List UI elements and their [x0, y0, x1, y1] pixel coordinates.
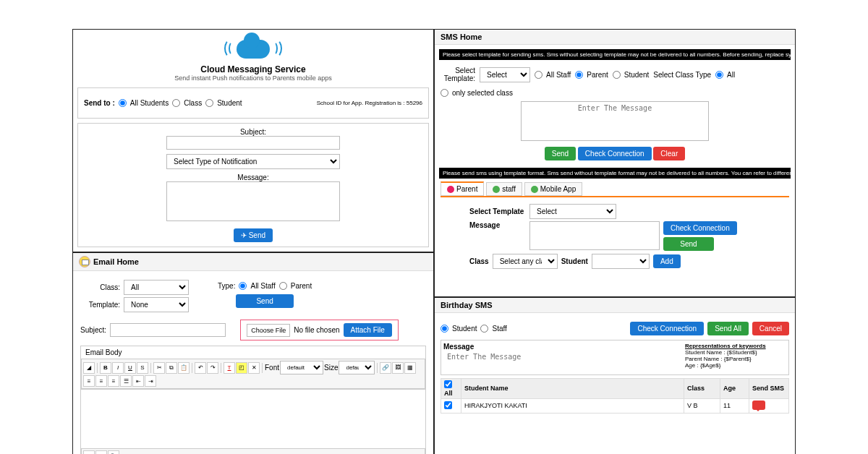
- bday-message-label: Message: [443, 343, 474, 351]
- sms-message2-textarea[interactable]: [529, 221, 660, 250]
- class-select[interactable]: All: [124, 280, 189, 295]
- class-label: Class:: [80, 283, 120, 291]
- sms-header: SMS Home: [435, 30, 795, 45]
- bday-cancel-button[interactable]: Cancel: [752, 322, 789, 335]
- notif-type-select[interactable]: Select Type of Notification: [166, 154, 340, 169]
- tool-textcolor-icon[interactable]: T: [224, 362, 235, 374]
- bday-opt-staff[interactable]: Staff: [480, 325, 506, 333]
- tab-parent[interactable]: Parent: [441, 181, 484, 196]
- tool-outdent-icon[interactable]: ⇤: [132, 375, 144, 387]
- sms-warning-1: Please select template for sending sms. …: [439, 49, 791, 60]
- message2-label: Message: [469, 221, 526, 229]
- email-body-label: Email Body: [81, 346, 425, 359]
- tab-mobile[interactable]: Mobile App: [524, 182, 582, 196]
- bday-message-textarea[interactable]: [443, 351, 681, 371]
- cloud-icon: [233, 34, 273, 61]
- type-allstaff[interactable]: All Staff: [239, 282, 275, 290]
- bday-opt-student[interactable]: Student: [441, 325, 477, 333]
- tool-align-c-icon[interactable]: ≡: [95, 375, 107, 387]
- message-label: Message:: [84, 174, 422, 181]
- tool-image-icon[interactable]: 🖼: [392, 362, 404, 374]
- no-file-text: No file chosen: [294, 326, 339, 334]
- class2-label: Class: [469, 257, 489, 265]
- sel-template2-label: Select Template: [469, 207, 526, 215]
- sms-check2-button[interactable]: Check Connection: [663, 221, 737, 235]
- student2-label: Student: [561, 257, 588, 265]
- tool-table-icon[interactable]: ▦: [404, 362, 416, 374]
- bday-header: Birthday SMS: [435, 298, 795, 313]
- tab-staff[interactable]: staff: [486, 182, 522, 196]
- sms-template2-select[interactable]: Select: [529, 204, 616, 219]
- tool-copy-icon[interactable]: ⧉: [166, 362, 177, 374]
- sms-opt-allstaff[interactable]: All Staff: [535, 71, 571, 79]
- tool-preview-icon[interactable]: 👁: [95, 450, 107, 454]
- tool-zoom-icon[interactable]: 🔍: [108, 450, 119, 454]
- mail-icon: [79, 256, 90, 267]
- tool-link-icon[interactable]: 🔗: [380, 362, 391, 374]
- email-header: Email Home: [73, 253, 433, 271]
- tool-clear-icon[interactable]: ✕: [248, 362, 260, 374]
- cloud-subtitle: Send instant Push notifications to Paren…: [77, 74, 429, 82]
- tool-italic-icon[interactable]: I: [112, 362, 124, 374]
- bday-table: All Student Name Class Age Send SMS HIRA…: [441, 378, 789, 414]
- tool-html-icon[interactable]: ◢: [83, 450, 95, 454]
- sms-opt-parent[interactable]: Parent: [575, 71, 608, 79]
- tool-bgcolor-icon[interactable]: ◰: [236, 362, 247, 374]
- tool-bold-icon[interactable]: B: [100, 362, 111, 374]
- type-label: Type:: [218, 282, 235, 290]
- row-check[interactable]: [444, 401, 452, 409]
- cloud-title: Cloud Messaging Service: [77, 64, 429, 74]
- size-select[interactable]: default: [339, 361, 375, 374]
- subject-input[interactable]: [166, 136, 340, 150]
- sms-message-textarea[interactable]: [521, 101, 709, 141]
- tool-align-r-icon[interactable]: ≡: [108, 375, 119, 387]
- class-type-label: Select Class Type: [653, 71, 711, 79]
- email-subject-label: Subject:: [80, 326, 106, 334]
- tool-source-icon[interactable]: ◢: [83, 362, 95, 374]
- tool-paste-icon[interactable]: 📋: [178, 362, 190, 374]
- tool-undo-icon[interactable]: ↶: [195, 362, 206, 374]
- sms-opt-selected[interactable]: only selected class: [441, 89, 513, 97]
- tool-redo-icon[interactable]: ↷: [207, 362, 218, 374]
- rep-header: Representations of keywords: [685, 343, 766, 349]
- message-textarea[interactable]: [166, 181, 340, 221]
- bday-sendall-button[interactable]: Send All: [707, 322, 749, 335]
- sms-send2-button[interactable]: Send: [663, 237, 714, 251]
- tool-indent-icon[interactable]: ⇥: [145, 375, 156, 387]
- email-send-button[interactable]: Send: [236, 294, 294, 308]
- template-select[interactable]: None: [124, 297, 189, 312]
- type-parent[interactable]: Parent: [279, 282, 312, 290]
- font-select[interactable]: default: [280, 361, 323, 374]
- add-button[interactable]: Add: [653, 254, 681, 268]
- opt-all-students[interactable]: All Students: [119, 99, 169, 107]
- template-label: Template:: [80, 301, 120, 309]
- email-subject-input[interactable]: [110, 323, 226, 337]
- opt-class[interactable]: Class: [172, 99, 202, 107]
- sms-warning-2: Please send sms using template format. S…: [439, 168, 791, 179]
- sms-send-button[interactable]: Send: [545, 147, 576, 160]
- tool-list-icon[interactable]: ☰: [120, 375, 132, 387]
- opt-student[interactable]: Student: [205, 99, 242, 107]
- tool-cut-icon[interactable]: ✂: [153, 362, 165, 374]
- attach-file-button[interactable]: Attach File: [344, 323, 392, 337]
- send-sms-icon[interactable]: [752, 401, 765, 410]
- subject-label: Subject:: [84, 128, 422, 136]
- sms-clear-button[interactable]: Clear: [653, 147, 685, 160]
- bday-check-button[interactable]: Check Connection: [630, 322, 704, 335]
- sms-opt-all[interactable]: All: [715, 71, 735, 79]
- school-id-text: School ID for App. Registration is : 552…: [317, 100, 422, 106]
- cloud-send-button[interactable]: ✈ Send: [234, 228, 273, 242]
- sms-template-select[interactable]: Select: [480, 67, 530, 82]
- sel-template-label: Select Template:: [441, 67, 475, 82]
- tool-align-l-icon[interactable]: ≡: [83, 375, 95, 387]
- table-row: HIRAKJYOTI KAKATI V B 11: [441, 398, 789, 413]
- class2-select[interactable]: Select any class: [493, 254, 558, 269]
- email-body-textarea[interactable]: [81, 389, 425, 447]
- tool-underline-icon[interactable]: U: [124, 362, 136, 374]
- sms-opt-student[interactable]: Student: [613, 71, 649, 79]
- sms-check-button[interactable]: Check Connection: [578, 147, 652, 160]
- check-all[interactable]: [444, 380, 452, 388]
- choose-file-button[interactable]: Choose File: [247, 324, 290, 337]
- tool-strike-icon[interactable]: S: [137, 362, 148, 374]
- student2-select[interactable]: [592, 254, 650, 269]
